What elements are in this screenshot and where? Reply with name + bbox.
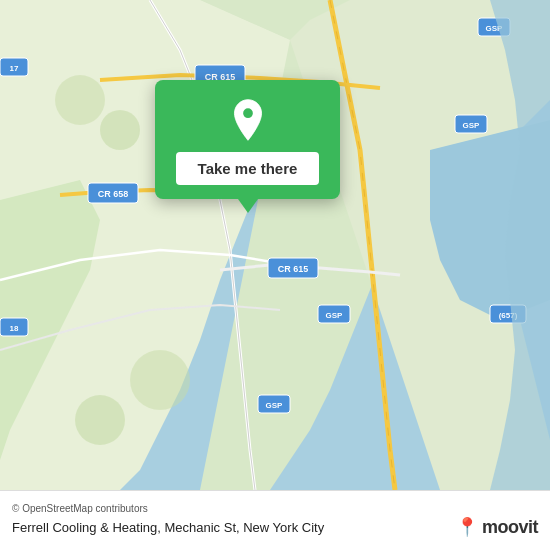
take-me-there-button[interactable]: Take me there — [176, 152, 320, 185]
svg-text:17: 17 — [10, 64, 19, 73]
svg-text:GSP: GSP — [326, 311, 344, 320]
svg-point-21 — [55, 75, 105, 125]
svg-text:GSP: GSP — [463, 121, 481, 130]
svg-point-24 — [75, 395, 125, 445]
svg-text:CR 658: CR 658 — [98, 189, 129, 199]
svg-point-22 — [100, 110, 140, 150]
location-row: Ferrell Cooling & Heating, Mechanic St, … — [12, 516, 538, 538]
location-text: Ferrell Cooling & Heating, Mechanic St, … — [12, 520, 324, 535]
map-background: CR 615 GSP GSP GSP GSP CR 658 CR 615 18 … — [0, 0, 550, 490]
osm-credit: © OpenStreetMap contributors — [12, 503, 538, 514]
svg-text:GSP: GSP — [266, 401, 284, 410]
moovit-wordmark: moovit — [482, 517, 538, 538]
bottom-bar: © OpenStreetMap contributors Ferrell Coo… — [0, 490, 550, 550]
moovit-logo: 📍 moovit — [456, 516, 538, 538]
location-pin-icon — [226, 98, 270, 142]
svg-text:CR 615: CR 615 — [278, 264, 309, 274]
moovit-pin-icon: 📍 — [456, 516, 478, 538]
map-container: CR 615 GSP GSP GSP GSP CR 658 CR 615 18 … — [0, 0, 550, 490]
svg-point-23 — [130, 350, 190, 410]
svg-text:18: 18 — [10, 324, 19, 333]
popup-card[interactable]: Take me there — [155, 80, 340, 199]
